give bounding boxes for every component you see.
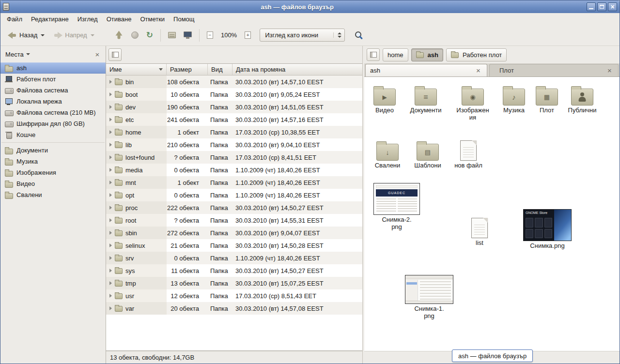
table-row[interactable]: proc 222 обекта Папка 30.03.2010 (вт) 14… bbox=[106, 201, 362, 214]
back-button[interactable]: Назад bbox=[4, 29, 48, 41]
table-row[interactable]: sys 11 обекта Папка 30.03.2010 (вт) 14,5… bbox=[106, 264, 362, 277]
icon-item-documents[interactable]: Документи bbox=[404, 84, 447, 114]
expander-icon[interactable] bbox=[109, 306, 112, 310]
home-button[interactable] bbox=[165, 30, 179, 41]
expander-icon[interactable] bbox=[109, 218, 112, 222]
column-header-date[interactable]: Дата на промяна bbox=[232, 64, 362, 76]
sidebar-item[interactable]: Файлова система (210 MB) bbox=[0, 107, 106, 118]
table-row[interactable]: media 0 обекта Папка 1.10.2009 (чт) 18,4… bbox=[106, 164, 362, 176]
path-button-home[interactable]: home bbox=[383, 48, 408, 61]
menu-help[interactable]: Помощ bbox=[169, 14, 199, 24]
path-button-ash[interactable]: ash bbox=[411, 48, 443, 61]
icon-item-downloads[interactable]: Свалени bbox=[367, 139, 408, 169]
icon-item-images[interactable]: Изображения bbox=[452, 84, 494, 121]
expander-icon[interactable] bbox=[109, 130, 112, 134]
table-row[interactable]: selinux 21 обекта Папка 30.03.2010 (вт) … bbox=[106, 239, 362, 252]
menu-view[interactable]: Изглед bbox=[73, 14, 102, 24]
cell-date: 30.03.2010 (вт) 9,04,10 EEST bbox=[232, 138, 362, 151]
computer-button[interactable] bbox=[181, 29, 195, 41]
expander-icon[interactable] bbox=[109, 168, 112, 172]
menu-file[interactable]: Файл bbox=[2, 14, 27, 24]
zoom-out-button[interactable] bbox=[204, 29, 216, 41]
table-row[interactable]: boot 10 обекта Папка 30.03.2010 (вт) 9,0… bbox=[106, 88, 362, 101]
table-row[interactable]: opt 0 обекта Папка 1.10.2009 (чт) 18,40,… bbox=[106, 189, 362, 201]
expander-icon[interactable] bbox=[109, 231, 112, 235]
icon-item-templates[interactable]: Шаблони bbox=[407, 139, 448, 169]
sidebar-item[interactable]: Файлова система bbox=[0, 85, 106, 96]
table-row[interactable]: lib 210 обекта Папка 30.03.2010 (вт) 9,0… bbox=[106, 138, 362, 151]
expander-icon[interactable] bbox=[109, 143, 112, 147]
icon-item-snimka[interactable]: GNOME Store Снимка.png bbox=[522, 209, 573, 250]
expander-icon[interactable] bbox=[109, 243, 112, 247]
minimize-button[interactable] bbox=[587, 2, 596, 11]
sidebar-item[interactable]: Работен плот bbox=[0, 74, 106, 85]
sidebar-chevron-icon[interactable] bbox=[26, 53, 30, 55]
view-mode-combobox[interactable]: Изглед като икони bbox=[260, 29, 345, 42]
column-header-name[interactable]: Име bbox=[106, 64, 167, 76]
tab-close-button[interactable] bbox=[474, 66, 482, 75]
table-row[interactable]: root ? обекта Папка 30.03.2010 (вт) 14,5… bbox=[106, 214, 362, 227]
table-row[interactable]: dev 190 обекта Папка 30.03.2010 (вт) 14,… bbox=[106, 101, 362, 113]
column-header-size[interactable]: Размер bbox=[167, 64, 208, 76]
sidebar-item[interactable]: Шифриран дял (80 GB) bbox=[0, 118, 106, 129]
tab-desktop[interactable]: Плот bbox=[489, 64, 619, 76]
expander-icon[interactable] bbox=[109, 155, 112, 159]
search-button[interactable] bbox=[355, 31, 363, 40]
path-button-desktop[interactable]: Работен плот bbox=[446, 48, 507, 61]
sidebar-item[interactable]: ash bbox=[0, 62, 106, 74]
expander-icon[interactable] bbox=[109, 193, 112, 197]
maximize-button[interactable] bbox=[597, 2, 606, 11]
stop-button[interactable] bbox=[128, 29, 141, 41]
file-name: home bbox=[125, 129, 141, 136]
menu-go[interactable]: Отиване bbox=[102, 14, 136, 24]
expander-icon[interactable] bbox=[109, 181, 112, 184]
icon-item-video[interactable]: Видео bbox=[364, 84, 405, 114]
sidebar-item[interactable]: Свалени bbox=[0, 189, 106, 200]
close-button[interactable] bbox=[608, 2, 617, 11]
icon-item-list[interactable]: list bbox=[459, 217, 500, 247]
sidebar-item[interactable]: Изображения bbox=[0, 167, 106, 178]
icon-item-snimka-2[interactable]: GUADEC Снимка-2.png bbox=[372, 183, 421, 231]
expander-icon[interactable] bbox=[109, 118, 112, 121]
expander-icon[interactable] bbox=[109, 294, 112, 298]
icon-item-snimka-1[interactable]: Снимка-1.png bbox=[404, 275, 454, 320]
icon-item-public[interactable]: Публични bbox=[562, 84, 603, 114]
column-header-type[interactable]: Вид bbox=[208, 64, 232, 76]
table-row[interactable]: mnt 1 обект Папка 1.10.2009 (чт) 18,40,2… bbox=[106, 176, 362, 189]
tab-close-button[interactable] bbox=[605, 66, 614, 75]
table-row[interactable]: etc 241 обекта Папка 30.03.2010 (вт) 14,… bbox=[106, 113, 362, 126]
table-row[interactable]: tmp 13 обекта Папка 30.03.2010 (вт) 15,0… bbox=[106, 277, 362, 289]
reload-button[interactable] bbox=[143, 29, 156, 42]
sidebar-item[interactable]: Кошче bbox=[0, 129, 106, 140]
sidebar-item[interactable]: Локална мрежа bbox=[0, 96, 106, 107]
menu-edit[interactable]: Редактиране bbox=[27, 14, 73, 24]
expander-icon[interactable] bbox=[109, 105, 112, 109]
expander-icon[interactable] bbox=[109, 281, 112, 285]
filesystem-root-button[interactable] bbox=[108, 48, 122, 61]
expander-icon[interactable] bbox=[109, 80, 112, 84]
pathbar-icon-button[interactable] bbox=[367, 48, 380, 61]
table-row[interactable]: home 1 обект Папка 17.03.2010 (ср) 10,38… bbox=[106, 126, 362, 138]
table-row[interactable]: bin 108 обекта Папка 30.03.2010 (вт) 14,… bbox=[106, 76, 362, 88]
sidebar-item[interactable]: Музика bbox=[0, 156, 106, 167]
sidebar-item[interactable]: Документи bbox=[0, 145, 106, 156]
forward-button[interactable]: Напред bbox=[50, 29, 97, 41]
zoom-in-button[interactable] bbox=[242, 29, 254, 41]
icon-item-desktop-folder[interactable]: Плот bbox=[527, 84, 567, 114]
expander-icon[interactable] bbox=[109, 92, 112, 96]
up-button[interactable] bbox=[111, 30, 126, 41]
icon-item-new-file[interactable]: нов файл bbox=[448, 139, 489, 169]
table-row[interactable]: sbin 272 обекта Папка 30.03.2010 (вт) 9,… bbox=[106, 227, 362, 239]
table-row[interactable]: srv 0 обекта Папка 1.10.2009 (чт) 18,40,… bbox=[106, 252, 362, 264]
sidebar-item[interactable]: Видео bbox=[0, 178, 106, 189]
sidebar-close-button[interactable] bbox=[93, 50, 102, 59]
table-row[interactable]: lost+found ? обекта Папка 17.03.2010 (ср… bbox=[106, 151, 362, 164]
menu-bookmarks[interactable]: Отметки bbox=[136, 14, 169, 24]
sidebar-title[interactable]: Места bbox=[5, 51, 24, 58]
expander-icon[interactable] bbox=[109, 206, 112, 210]
expander-icon[interactable] bbox=[109, 269, 112, 273]
table-row[interactable]: var 20 обекта Папка 30.03.2010 (вт) 14,5… bbox=[106, 302, 362, 315]
tab-ash[interactable]: ash bbox=[365, 64, 487, 76]
expander-icon[interactable] bbox=[109, 256, 112, 260]
table-row[interactable]: usr 12 обекта Папка 17.03.2010 (ср) 8,51… bbox=[106, 289, 362, 302]
